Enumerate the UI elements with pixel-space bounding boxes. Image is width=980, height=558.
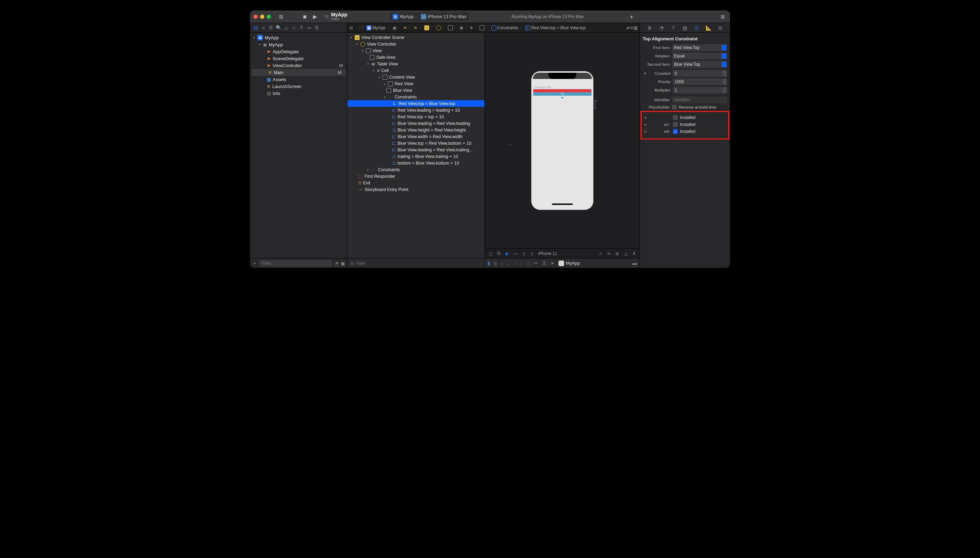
outline-constraints-bottom[interactable]: ▸▫Constraints: [347, 166, 484, 173]
outline-first-responder[interactable]: ⬚First Responder: [347, 173, 484, 179]
attributes-inspector-tab[interactable]: ☰: [693, 25, 700, 31]
scm-filter-icon[interactable]: ▣: [341, 261, 345, 266]
jump-seg-vc[interactable]: [436, 25, 441, 30]
help-inspector-tab[interactable]: ?: [670, 25, 677, 31]
size-inspector-tab[interactable]: 📐: [705, 25, 712, 31]
outline-scene[interactable]: ▾▭View Controller Scene: [347, 34, 484, 41]
outline-redview[interactable]: ▸Red View: [347, 80, 484, 87]
vary-traits-icon[interactable]: ▭: [513, 251, 518, 256]
first-item-select[interactable]: Red View.Top: [672, 44, 727, 51]
minimize-window-button[interactable]: [260, 15, 264, 19]
counterparts-icon[interactable]: ⇄: [626, 25, 630, 30]
source-control-navigator-tab[interactable]: ⌗: [260, 25, 267, 31]
relation-select[interactable]: Equal: [672, 53, 727, 59]
multiplier-field[interactable]: 1: [673, 87, 727, 94]
close-window-button[interactable]: [254, 15, 258, 19]
outline-constraint-3[interactable]: ⊏Blue View.leading = Red View.leading: [347, 120, 484, 126]
constant-field[interactable]: 0: [673, 70, 727, 77]
outline-tableview[interactable]: ▾≣Table View: [347, 61, 484, 67]
outline-vc[interactable]: ▾View Controller: [347, 41, 484, 47]
outline-constraint-8[interactable]: ⊐trailing = Blue View.trailing + 10: [347, 153, 484, 160]
outline-constraint-6[interactable]: ⊏Blue View.top = Red View.bottom + 10: [347, 140, 484, 146]
file-main-storyboard[interactable]: ✕ Main M: [251, 69, 346, 76]
outline-entry-point[interactable]: →Storyboard Entry Point: [347, 186, 484, 193]
installed-checkbox[interactable]: ✓: [673, 129, 678, 134]
variation-add-button[interactable]: ＋: [642, 70, 647, 77]
canvas-device-label[interactable]: iPhone 11: [538, 251, 557, 256]
second-item-select[interactable]: Blue View.Top: [672, 61, 727, 68]
constraint-handle[interactable]: [561, 96, 564, 99]
jump-seg-folder[interactable]: ▣: [393, 25, 397, 30]
device-small-icon[interactable]: ▯: [529, 251, 535, 256]
scheme-selector[interactable]: ⌥ MyApp main: [324, 12, 347, 21]
zoom-fit-icon[interactable]: ⤢: [598, 251, 603, 256]
outline-constraint-9[interactable]: ⊐bottom = Blue View.bottom + 10: [347, 160, 484, 166]
identifier-field[interactable]: Identifier: [672, 96, 727, 103]
group-row[interactable]: ▾▣ MyApp: [250, 41, 347, 48]
interface-builder-canvas[interactable]: → Prototype Cells: [485, 33, 639, 268]
installed-checkbox[interactable]: [673, 122, 678, 127]
outline-constraint-0[interactable]: ⊏Red View.top = Blue View.top: [347, 100, 484, 107]
priority-field[interactable]: 1000: [673, 78, 727, 85]
run-button[interactable]: ▶: [311, 13, 319, 21]
file-scenedelegate[interactable]: ➤ SceneDelegate: [250, 55, 347, 62]
adjust-editor-icon[interactable]: ▥: [634, 25, 637, 30]
related-items-icon[interactable]: ⊞: [349, 25, 353, 30]
outline-view[interactable]: ▾View: [347, 47, 484, 54]
resolve-icon[interactable]: △: [623, 251, 628, 256]
variation-button[interactable]: +: [643, 115, 648, 120]
outline-constraint-4[interactable]: ⊐Blue View.height = Red View.height: [347, 126, 484, 133]
toggle-navigator-button[interactable]: ▥: [277, 13, 285, 21]
toggle-debug-area-icon[interactable]: ▬: [632, 261, 637, 266]
step-over-icon[interactable]: ⌂: [501, 261, 503, 266]
red-view[interactable]: [533, 89, 591, 92]
env-overrides-icon[interactable]: ☰: [542, 261, 546, 266]
outline-safearea[interactable]: Safe Area: [347, 54, 484, 61]
jump-seg-file[interactable]: ✕: [403, 25, 407, 30]
minimap-icon[interactable]: ≡: [631, 25, 633, 30]
device-bezel-icon[interactable]: ▯: [521, 251, 526, 256]
file-assets[interactable]: ▦ Assets: [250, 76, 347, 83]
view-debug-icon[interactable]: ⬚: [526, 261, 530, 266]
history-inspector-tab[interactable]: ◔: [658, 25, 665, 31]
outline-constraint-5[interactable]: ⊏Blue View.width = Red View.width: [347, 133, 484, 140]
jump-seg-base[interactable]: ✕: [414, 25, 417, 30]
connections-inspector-tab[interactable]: ◎: [717, 25, 724, 31]
file-inspector-tab[interactable]: 🗎: [646, 25, 653, 31]
orientation-icon[interactable]: ⦿: [496, 251, 501, 256]
outline-exit[interactable]: ⎘Exit: [347, 179, 484, 186]
align-icon[interactable]: ⊫: [606, 251, 612, 256]
jump-seg-tableview[interactable]: ≣: [460, 25, 463, 30]
toggle-inspector-button[interactable]: ▥: [719, 13, 726, 21]
breakpoint-toggle-icon[interactable]: ▮: [488, 261, 490, 266]
recent-filter-icon[interactable]: ◔: [334, 261, 338, 266]
jump-seg-content[interactable]: [480, 25, 484, 30]
forward-button[interactable]: 〉: [362, 25, 366, 31]
file-appdelegate[interactable]: ➤ AppDelegate: [250, 48, 347, 55]
jump-seg-constraint[interactable]: ⊏Red View.top = Blue View.top: [525, 25, 586, 30]
project-root[interactable]: ▾▦ MyApp: [250, 34, 347, 41]
file-viewcontroller[interactable]: ➤ ViewController M: [250, 62, 347, 69]
library-button[interactable]: ＋: [626, 13, 637, 21]
symbols-navigator-tab[interactable]: ☰: [267, 25, 274, 31]
debug-process[interactable]: MyApp: [559, 261, 580, 266]
jump-seg-app[interactable]: ▦MyApp: [367, 25, 385, 30]
back-button[interactable]: 〈: [357, 25, 361, 31]
installed-checkbox[interactable]: [673, 115, 678, 120]
step-in-icon[interactable]: ↓: [508, 261, 510, 266]
pin-icon[interactable]: ⊞: [615, 251, 620, 256]
outline-constraint-2[interactable]: ⊏Red View.top = top + 10: [347, 113, 484, 120]
device-config-icon[interactable]: ▢: [488, 251, 493, 256]
project-navigator-tab[interactable]: ▤: [252, 25, 259, 31]
file-launchscreen[interactable]: ✕ LaunchScreen: [250, 83, 347, 90]
reports-navigator-tab[interactable]: ☰: [313, 25, 320, 31]
add-file-button[interactable]: ＋: [252, 260, 257, 266]
placeholder-checkbox[interactable]: [672, 105, 677, 110]
jump-seg-constraints[interactable]: ▫Constraints: [492, 25, 518, 30]
jump-seg-view[interactable]: [448, 25, 453, 30]
jump-seg-cell[interactable]: ≡: [470, 25, 473, 30]
run-destination-selector[interactable]: ▦ MyApp 〉 ▭ iPhone 13 Pro Max: [390, 13, 469, 21]
pause-icon[interactable]: ||: [494, 261, 497, 266]
variation-button[interactable]: ×: [643, 122, 648, 127]
outline-constraint-7[interactable]: ⊏Blue View.leading = Red View.trailing..…: [347, 146, 484, 153]
